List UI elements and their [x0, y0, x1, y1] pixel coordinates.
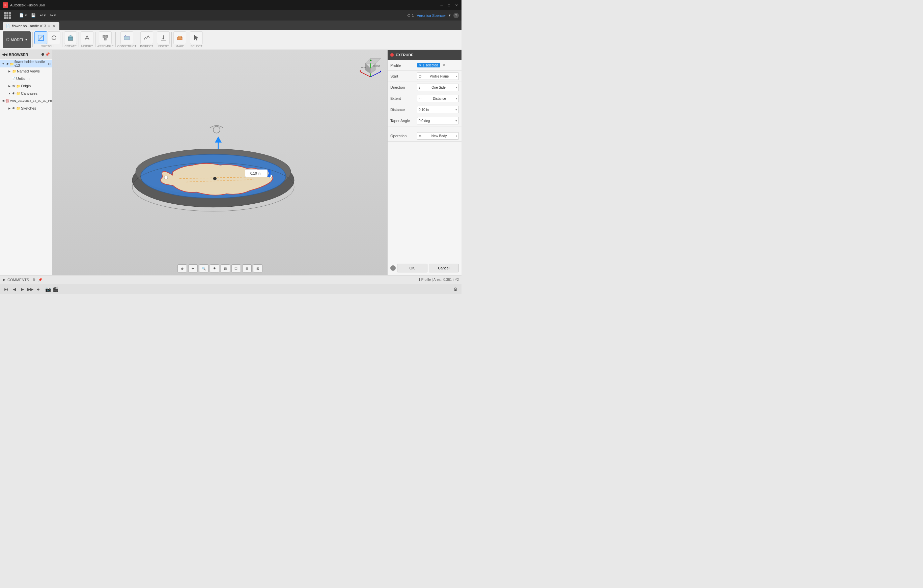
close-button[interactable]: ✕	[454, 3, 459, 7]
extent-dropdown[interactable]: ↔ Distance ▾	[417, 95, 459, 102]
redo-button[interactable]: ↪ ▾	[49, 12, 57, 19]
construct-button[interactable]	[120, 31, 133, 44]
tab-close-button[interactable]: ✕	[52, 24, 56, 28]
origin-folder-icon: 📁	[16, 84, 20, 88]
make-button[interactable]	[173, 31, 186, 44]
comments-pin-button[interactable]: 📌	[38, 278, 42, 282]
save-button[interactable]: 💾	[30, 12, 37, 19]
sketches-arrow[interactable]: ▶	[7, 106, 11, 110]
cancel-button[interactable]: Cancel	[429, 264, 459, 272]
svg-marker-14	[162, 38, 164, 39]
user-name[interactable]: Veronica Spencer	[417, 13, 446, 18]
ok-button[interactable]: OK	[397, 264, 427, 272]
comments-label: COMMENTS	[7, 278, 29, 282]
grid-menu-button[interactable]	[3, 12, 12, 19]
extent-label: Extent	[390, 97, 416, 100]
assemble-button[interactable]	[99, 31, 112, 44]
origin-arrow[interactable]: ▶	[7, 84, 11, 88]
display-mode-button[interactable]: ☐	[232, 264, 241, 272]
tree-sketches[interactable]: ▶ 👁 📁 Sketches	[0, 105, 52, 112]
undo-button[interactable]: ↩ ▾	[38, 12, 47, 19]
browser-add-button[interactable]: ⊕	[41, 52, 44, 57]
new-button[interactable]: 📄 ▾	[18, 12, 28, 19]
toolbar-divider-3	[79, 32, 79, 47]
named-views-arrow[interactable]: ▶	[7, 69, 11, 73]
profile-label: Profile	[390, 63, 416, 67]
browser-back-button[interactable]: ◀◀	[2, 52, 7, 56]
nav-prev-button[interactable]: ◀	[11, 286, 18, 293]
distance-stepper[interactable]: ▾	[455, 108, 457, 111]
tree-units[interactable]: 📄 Units: in	[0, 75, 52, 82]
record-button[interactable]: 🎬	[52, 286, 59, 293]
comments-add-button[interactable]: ⊕	[32, 277, 35, 282]
viewport[interactable]: TOP LEFT FRONT	[52, 50, 387, 275]
operation-dropdown[interactable]: ⊕ New Body ▾	[417, 132, 459, 139]
comments-expand-button[interactable]: ▶	[3, 277, 5, 282]
canvas-eye-icon[interactable]: 👁	[2, 99, 5, 103]
nav-play-button[interactable]: ▶	[19, 286, 26, 293]
tree-canvas-file[interactable]: 👁 🖼 WIN_20170813_15_09_39_Pro	[0, 97, 52, 105]
extrude-close-dot[interactable]	[390, 53, 394, 57]
settings-button[interactable]: ⚙	[452, 286, 459, 293]
tree-canvases[interactable]: ▼ 👁 📁 Canvases	[0, 90, 52, 97]
sketch-icon	[38, 34, 44, 41]
svg-rect-4	[68, 37, 73, 41]
taper-input[interactable]: 0.0 deg ▾	[417, 117, 459, 124]
profile-clear-button[interactable]: ✕	[442, 63, 445, 67]
zoom-button[interactable]: 🔍	[199, 264, 209, 272]
origin-eye-icon[interactable]: 👁	[12, 84, 15, 88]
view-cube[interactable]: TOP LEFT FRONT	[357, 53, 384, 80]
browser-pin-button[interactable]: 📌	[45, 52, 50, 57]
root-eye-icon[interactable]: 👁	[6, 62, 9, 66]
nav-next-button[interactable]: ▶▶	[27, 286, 34, 293]
origin-label: Origin	[21, 84, 31, 88]
info-icon[interactable]: i	[390, 265, 396, 271]
root-options-icon[interactable]: ⊙	[48, 62, 51, 66]
direction-dropdown[interactable]: ↕ One Side ▾	[417, 84, 459, 91]
orbit-button[interactable]: ⊕	[177, 264, 187, 272]
direction-value: ↕ One Side ▾	[417, 84, 459, 91]
extent-value-text: Distance	[433, 97, 446, 100]
file-tab[interactable]: 📄 flower ho...andle v13 ● ✕	[3, 22, 59, 29]
zoom-fit-button[interactable]: ⊡	[221, 264, 230, 272]
nav-start-button[interactable]: ⏮	[3, 286, 10, 293]
maximize-button[interactable]: □	[447, 3, 452, 7]
modify-button[interactable]	[80, 31, 94, 44]
create-button[interactable]	[64, 31, 77, 44]
canvases-eye-icon[interactable]: 👁	[12, 92, 15, 95]
grid-button[interactable]: ⊞	[242, 264, 252, 272]
svg-marker-30	[215, 136, 222, 142]
pan-button[interactable]: ✛	[188, 264, 198, 272]
insert-button[interactable]	[157, 31, 170, 44]
user-dropdown[interactable]: ▾	[449, 13, 451, 18]
tree-named-views[interactable]: ▶ 📁 Named Views	[0, 67, 52, 75]
distance-input[interactable]: 0.10 in ▾	[417, 106, 459, 113]
root-collapse-arrow[interactable]: ▼	[2, 62, 5, 66]
tree-origin[interactable]: ▶ 👁 📁 Origin	[0, 82, 52, 90]
units-icon: 📄	[11, 77, 15, 80]
browser-title: BROWSER	[9, 52, 28, 57]
minimize-button[interactable]: ─	[439, 3, 444, 7]
snap-button[interactable]: ⊠	[253, 264, 263, 272]
model-mode-button[interactable]: ⬡ MODEL ▾	[3, 31, 31, 48]
start-value-text: Profile Plane	[430, 75, 449, 78]
nav-end-button[interactable]: ⏭	[35, 286, 42, 293]
svg-rect-9	[104, 38, 106, 40]
profile-row: Profile ↖ 1 selected ✕	[388, 60, 462, 71]
capture-button[interactable]: 📷	[44, 286, 51, 293]
canvases-arrow[interactable]: ▼	[7, 92, 11, 95]
inspect-button[interactable]	[140, 31, 153, 44]
sketch-tools-button[interactable]	[48, 31, 61, 44]
svg-marker-26	[360, 70, 361, 72]
profile-area-info: 1 Profile | Area : 0.361 in^2	[418, 278, 459, 282]
sketch-label: SKETCH	[41, 44, 54, 48]
select-button[interactable]	[190, 31, 203, 44]
start-dropdown[interactable]: ⬡ Profile Plane ▾	[417, 72, 459, 80]
look-at-button[interactable]: 👁	[210, 264, 219, 272]
sketches-eye-icon[interactable]: 👁	[12, 106, 15, 110]
help-button[interactable]: ?	[453, 13, 459, 18]
svg-rect-8	[105, 35, 108, 38]
sketch-button[interactable]	[34, 31, 47, 44]
taper-stepper[interactable]: ▾	[455, 119, 457, 122]
tree-root[interactable]: ▼ 👁 📁 flower holder handle v13 ⊙	[0, 60, 52, 67]
